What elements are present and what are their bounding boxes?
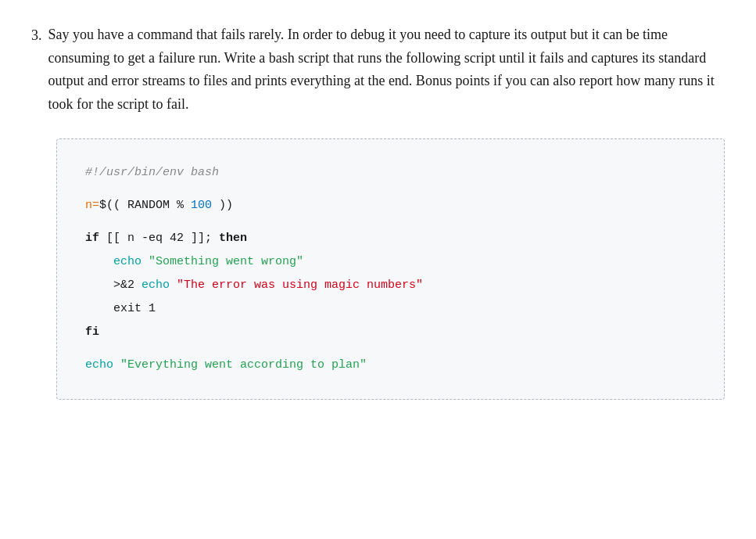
code-echo-keyword-2: echo: [142, 278, 177, 292]
code-echo-stderr: >&2 echo "The error was using magic numb…: [85, 274, 696, 297]
code-if-keyword: if: [85, 232, 99, 245]
question-text: 3. Say you have a command that fails rar…: [31, 23, 725, 117]
code-if-condition: [[ n -eq 42 ]];: [99, 232, 219, 245]
code-if-line: if [[ n -eq 42 ]]; then: [85, 227, 696, 250]
code-block: #!/usr/bin/env bash n=$(( RANDOM % 100 )…: [56, 138, 725, 400]
blank-1: [85, 185, 696, 194]
code-close-paren: )): [212, 199, 233, 212]
code-fi-keyword: fi: [85, 325, 99, 339]
code-echo-keyword-3: echo: [85, 358, 120, 372]
code-exit-keyword: exit 1: [113, 302, 156, 315]
code-random-line: n=$(( RANDOM % 100 )): [85, 194, 696, 217]
code-echo-string-2: "The error was using magic numbers": [177, 278, 423, 292]
code-echo-stdout: echo "Something went wrong": [85, 250, 696, 274]
code-fi: fi: [85, 321, 696, 344]
code-exit: exit 1: [85, 297, 696, 321]
code-redirect: >&2: [113, 278, 142, 292]
code-then-keyword: then: [219, 232, 247, 245]
blank-3: [85, 344, 696, 354]
question-body: Say you have a command that fails rarely…: [48, 23, 726, 117]
code-echo-keyword-1: echo: [113, 255, 149, 268]
code-var-n: n=: [85, 199, 99, 212]
code-dollar-paren: $(( RANDOM %: [99, 199, 191, 212]
blank-2: [85, 217, 696, 227]
code-number-100: 100: [191, 199, 212, 212]
code-echo-string-1: "Something went wrong": [149, 255, 303, 268]
code-shebang: #!/usr/bin/env bash: [85, 161, 696, 185]
code-echo-end: echo "Everything went according to plan": [85, 354, 696, 377]
question-container: 3. Say you have a command that fails rar…: [31, 23, 725, 400]
question-number: 3.: [31, 23, 42, 117]
code-echo-string-3: "Everything went according to plan": [120, 358, 367, 372]
